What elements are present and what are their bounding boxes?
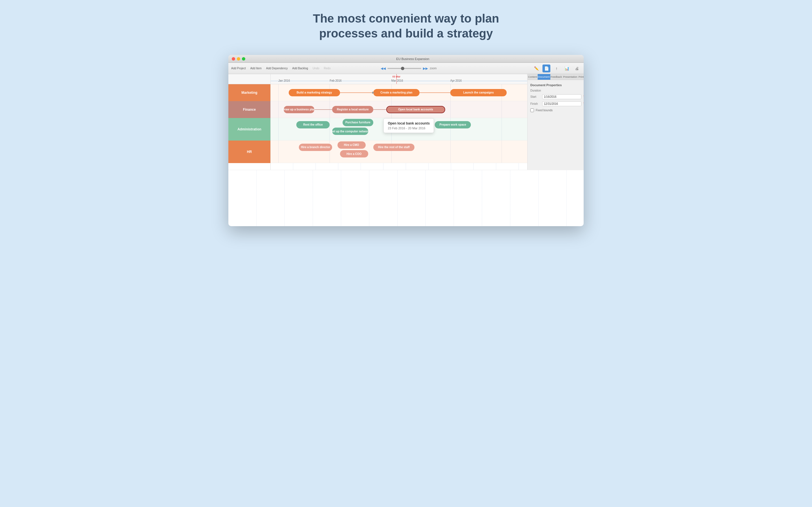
finish-label: Finish: [530, 102, 541, 105]
window-title: EU Business Expansion: [245, 57, 580, 61]
row-label-finance: Finance: [229, 101, 270, 118]
task-create-marketing[interactable]: Create a marketing plan: [373, 89, 419, 96]
task-hire-cmo[interactable]: Hire a CMO: [338, 142, 366, 149]
zoom-in-icon[interactable]: ▶▶: [423, 66, 428, 70]
panel-tabs: Content Document Feedback Presentation P…: [527, 74, 583, 80]
task-computer-network[interactable]: Set up the computer network: [332, 128, 368, 135]
row-label-hr: HR: [229, 140, 270, 163]
task-purchase-furniture[interactable]: Purchase furniture: [343, 119, 373, 126]
print-icon-button[interactable]: 🖨: [573, 64, 581, 72]
toolbar-right: ✏️ 📄 ↑ 📊 🖨: [532, 64, 581, 72]
title-bar: EU Business Expansion: [229, 55, 583, 63]
zoom-label: zoom: [430, 67, 437, 70]
share-icon-button[interactable]: ↑: [553, 64, 560, 72]
fixed-bounds-row: Fixed bounds: [530, 108, 581, 112]
redo-button[interactable]: Redo: [324, 67, 331, 70]
task-register-venture[interactable]: Register a local venture: [332, 106, 373, 113]
zoom-handle[interactable]: [401, 67, 404, 70]
undo-button[interactable]: Undo: [313, 67, 319, 70]
panel-content: Document Properties Duration Start 📅 Fin…: [527, 80, 583, 115]
right-panel: Content Document Feedback Presentation P…: [527, 74, 583, 170]
tab-presentation[interactable]: Presentation: [562, 74, 578, 80]
app-window: EU Business Expansion Add Project Add It…: [229, 55, 583, 226]
tab-document[interactable]: Document: [538, 74, 550, 80]
finish-field: Finish 📅: [530, 101, 581, 106]
task-business-plan[interactable]: Draw up a business plan: [284, 106, 314, 113]
zoom-slider[interactable]: [388, 68, 421, 69]
row-label-administration: Administration: [229, 118, 270, 140]
zoom-control: ◀◀ ▶▶ zoom: [380, 66, 437, 70]
task-rent-office[interactable]: Rent the office: [296, 121, 329, 128]
maximize-button[interactable]: [242, 57, 245, 61]
tooltip-dates: 23 Feb 2016 - 20 Mar 2016: [388, 126, 430, 130]
gantt-row-marketing: Build a marketing strategy Create a mark…: [271, 84, 527, 101]
fixed-bounds-label: Fixed bounds: [536, 109, 553, 112]
add-item-button[interactable]: Add Item: [250, 67, 262, 70]
page-headline: The most convenient way to plan processe…: [313, 11, 499, 41]
minimize-button[interactable]: [237, 57, 240, 61]
add-dependency-button[interactable]: Add Dependency: [266, 67, 288, 70]
gantt-row-finance: Draw up a business plan Register a local…: [271, 101, 527, 118]
gantt-rows: Build a marketing strategy Create a mark…: [271, 84, 527, 163]
tab-feedback[interactable]: Feedback: [550, 74, 563, 80]
tooltip-title: Open local bank accounts: [388, 121, 430, 125]
start-calendar-icon[interactable]: 📅: [583, 95, 583, 99]
finish-input[interactable]: [542, 101, 581, 106]
edit-icon-button[interactable]: ✏️: [532, 64, 540, 72]
tab-print[interactable]: Print: [578, 74, 583, 80]
task-hire-director[interactable]: Hire a branch director: [299, 144, 332, 151]
tab-content[interactable]: Content: [527, 74, 538, 80]
start-input[interactable]: [542, 94, 581, 99]
toolbar: Add Project Add Item Add Dependency Add …: [229, 63, 583, 74]
fixed-bounds-checkbox[interactable]: [530, 108, 534, 112]
timeline-dots: [271, 81, 527, 81]
task-tooltip: Open local bank accounts 23 Feb 2016 - 2…: [384, 118, 434, 133]
add-backlog-button[interactable]: Add Backlog: [292, 67, 308, 70]
task-build-marketing[interactable]: Build a marketing strategy: [289, 89, 340, 96]
add-project-button[interactable]: Add Project: [231, 67, 246, 70]
today-badge: 03 Mar: [393, 75, 401, 78]
gantt-row-hr: Hire a branch director Hire a CMO Hire a…: [271, 140, 527, 163]
row-label-marketing: Marketing: [229, 84, 270, 101]
close-button[interactable]: [232, 57, 235, 61]
traffic-lights: [232, 57, 245, 61]
labels-header: [229, 74, 270, 84]
row-labels: Marketing Finance Administration HR: [229, 74, 271, 170]
finish-calendar-icon[interactable]: 📅: [583, 102, 583, 106]
task-prepare-workspace[interactable]: Prepare work space: [435, 121, 470, 128]
gantt-empty-area: [271, 163, 527, 170]
panel-section-title: Document Properties: [530, 83, 581, 87]
start-field: Start 📅: [530, 94, 581, 99]
empty-gantt-bottom: [229, 170, 583, 226]
duration-label: Duration: [530, 89, 541, 92]
task-hire-coo[interactable]: Hire a COO: [340, 150, 368, 158]
duration-field: Duration: [530, 89, 581, 92]
timeline-area: Jan 2016 Feb 2016 Mar 2016 Apr 2016 03 M…: [271, 74, 527, 170]
start-label: Start: [530, 95, 541, 98]
task-hire-staff[interactable]: Hire the rest of the staff: [373, 144, 414, 151]
chart-icon-button[interactable]: 📊: [563, 64, 571, 72]
task-launch-campaigns[interactable]: Launch the campaigns: [450, 89, 507, 96]
zoom-out-icon[interactable]: ◀◀: [380, 66, 386, 70]
document-icon-button[interactable]: 📄: [543, 64, 550, 72]
task-open-accounts[interactable]: Open local bank accounts: [386, 106, 445, 113]
timeline-header: Jan 2016 Feb 2016 Mar 2016 Apr 2016 03 M…: [271, 74, 527, 84]
